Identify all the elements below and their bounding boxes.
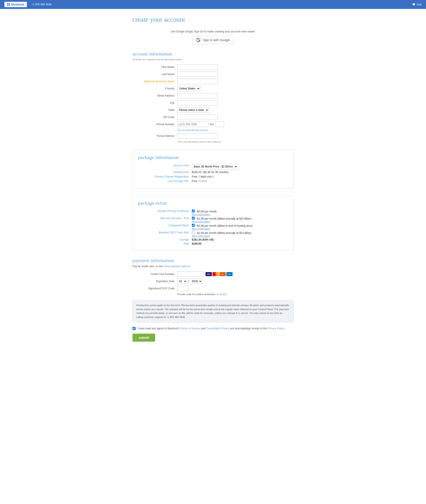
phone-label: Phone Number: [133, 123, 177, 126]
street-row: Street Address: [133, 93, 294, 98]
extras-row-privacy: Domain Privacy Protection - $0.99 per mo…: [138, 209, 288, 216]
extras-savings-label: Savings: [138, 238, 192, 241]
more-payment-link[interactable]: more payment options: [164, 265, 190, 268]
last-name-label: Last Name: [133, 73, 177, 76]
phone-fields: Ext: [177, 122, 224, 127]
sitelock-checkbox[interactable]: [192, 217, 195, 220]
chat-label: chat: [416, 3, 421, 6]
disclaimer-text: Introductory prices apply to the first t…: [136, 304, 290, 319]
cc-icons-group: VISA disc amex: [206, 272, 233, 276]
privacy-policy-link[interactable]: Privacy Policy: [268, 327, 284, 330]
zip-label: ZIP Code: [133, 116, 177, 119]
first-name-input[interactable]: [177, 64, 218, 70]
codeguard-checkbox[interactable]: [192, 224, 195, 227]
extras-savings-value: $181.44 (63% off): [192, 238, 213, 241]
google-signin-button[interactable]: Sign in with Google: [192, 36, 234, 44]
submit-button[interactable]: submit: [133, 334, 155, 342]
phone-input[interactable]: [177, 122, 209, 127]
exp-date-label: Expiration Date: [133, 280, 177, 283]
ssl-terms-link[interactable]: terms: [200, 180, 207, 183]
intl-number-link[interactable]: Use an international number: [177, 129, 294, 131]
submit-section: submit: [133, 334, 294, 342]
seo-more-link[interactable]: More information: [192, 235, 251, 237]
pkg-row-price: Hosting Price $106.20 ($2.95 for 36 mont…: [138, 171, 288, 174]
pkg-price-value: $106.20 ($2.95 for 36 months): [192, 171, 229, 174]
pkg-ssl-value: Free • terms: [192, 180, 207, 183]
extras-seo-label: Bluehost SEO Tools Start: [138, 231, 192, 234]
city-label: City: [133, 101, 177, 104]
exp-year-select[interactable]: 2018201920202021 20222023: [190, 279, 202, 284]
cc-number-field-group: VISA disc amex: [177, 271, 233, 277]
logo[interactable]: bluehost: [5, 2, 27, 7]
zip-input[interactable]: [177, 115, 218, 120]
city-input[interactable]: [177, 100, 218, 105]
discover-icon: disc: [219, 272, 226, 276]
ext-input[interactable]: [215, 122, 224, 127]
tos-checkbox[interactable]: [133, 327, 136, 330]
first-name-label: First Name: [133, 66, 177, 69]
cc-number-input[interactable]: [177, 271, 204, 277]
street-label: Street Address: [133, 94, 177, 97]
account-info-note: All fields are required unless otherwise…: [133, 58, 294, 61]
sitelock-more-link[interactable]: More information: [192, 220, 251, 223]
state-select[interactable]: Please select a state: [177, 107, 209, 113]
last-name-input[interactable]: [177, 72, 218, 77]
email-row: *Email Address: [133, 133, 294, 139]
email-input[interactable]: [177, 133, 218, 139]
package-extras-section: package extras Domain Privacy Protection…: [133, 195, 294, 251]
account-info-title: account information: [133, 51, 294, 57]
payment-info-section: payment information Pay by credit card, …: [133, 258, 294, 296]
exp-month-select[interactable]: 01020304 05060708 09101112: [177, 279, 187, 284]
logo-text: bluehost: [11, 3, 24, 6]
city-row: City: [133, 100, 294, 105]
cvv-row: Signature/CVV2 Code: [133, 286, 294, 291]
state-label: State: [133, 108, 177, 111]
privacy-checkbox[interactable]: [192, 209, 195, 212]
country-label: Country: [133, 87, 177, 90]
extras-total-label: Total: [138, 242, 192, 245]
seo-checkbox[interactable]: [192, 231, 195, 234]
extras-seo-value: - $1.99 per month (Billed annually at $2…: [192, 231, 251, 237]
google-g-icon: [196, 38, 201, 42]
page-title: create your account: [133, 16, 294, 23]
extras-codeguard-label: Codeguard Basic: [138, 224, 192, 227]
header: bluehost +1 855 984 4546 💬 chat: [0, 0, 426, 9]
last-name-row: Last Name: [133, 72, 294, 77]
header-chat[interactable]: 💬 chat: [412, 3, 421, 6]
logo-grid-icon: [7, 3, 10, 6]
street-input[interactable]: [177, 93, 218, 98]
extras-row-total: Total $249.60: [138, 242, 288, 245]
cc-number-row: Credit Card Number VISA disc amex: [133, 271, 294, 277]
chat-icon: 💬: [412, 3, 415, 6]
main-content: create your account Use Google Single Si…: [128, 9, 298, 355]
exp-selects: 01020304 05060708 09101112 / 20182019202…: [177, 279, 203, 284]
business-name-input[interactable]: [177, 79, 218, 84]
zip-row: ZIP Code: [133, 115, 294, 120]
tos-row: I have read and agree to Bluehost's Term…: [133, 327, 294, 330]
cvv-example-link[interactable]: Example: [217, 293, 227, 296]
account-plan-select[interactable]: Basic 36 Month Price - $2.95/mo: [192, 164, 238, 169]
package-info-section: package information Account Plan Basic 3…: [133, 150, 294, 189]
cvv-input[interactable]: [177, 286, 188, 291]
state-row: State Please select a state: [133, 107, 294, 113]
cancellation-link[interactable]: Cancellation Policy: [206, 327, 230, 330]
business-name-label: (optional) Business Name: [133, 80, 177, 83]
country-select[interactable]: United States: [177, 86, 200, 91]
phone-row: Phone Number Ext: [133, 122, 294, 127]
sso-hint: Use Google Single Sign-On to make creati…: [133, 30, 294, 33]
account-information-section: account information All fields are requi…: [133, 51, 294, 143]
extras-row-seo: Bluehost SEO Tools Start - $1.99 per mon…: [138, 231, 288, 237]
tos-link[interactable]: Terms of Service: [180, 327, 201, 330]
pkg-domain-value: Free ( 4jaid.com ): [192, 175, 213, 178]
pkg-plan-value[interactable]: Basic 36 Month Price - $2.95/mo: [192, 164, 238, 169]
pkg-price-label: Hosting Price: [138, 171, 192, 174]
privacy-more-link[interactable]: More information: [192, 213, 217, 216]
pkg-row-plan: Account Plan Basic 36 Month Price - $2.9…: [138, 164, 288, 169]
codeguard-more-link[interactable]: More information: [192, 228, 253, 230]
extras-row-savings: Savings $181.44 (63% off): [138, 238, 288, 241]
cvv-note: Provide code for instant verification. E…: [177, 293, 294, 296]
extras-row-codeguard: Codeguard Basic - $2.99 per month (Bille…: [138, 224, 288, 230]
first-name-row: First Name: [133, 64, 294, 70]
extras-row-sitelock: SiteLock Security – Find - $1.99 per mon…: [138, 217, 288, 223]
google-signin-label: Sign in with Google: [203, 38, 230, 42]
